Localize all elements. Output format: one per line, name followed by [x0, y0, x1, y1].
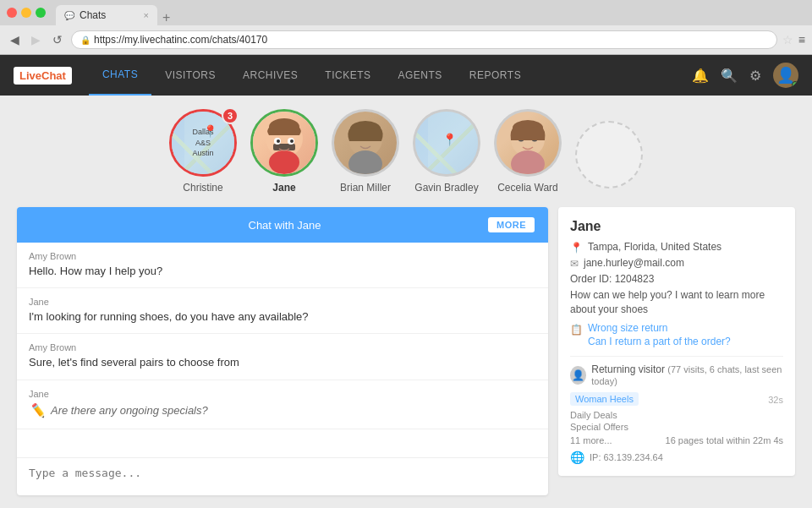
christine-map-pin: 📍 — [203, 124, 217, 138]
order-id: Order ID: 1204823 — [570, 273, 783, 285]
nav-tickets[interactable]: TICKETS — [311, 55, 384, 96]
jane-photo — [253, 112, 315, 174]
user-avatar[interactable]: 👤 — [773, 63, 798, 88]
msg-text-1: Hello. How may I help you? — [29, 264, 536, 279]
tag-daily-deals: Daily Deals — [570, 410, 783, 420]
chat-input[interactable] — [29, 467, 536, 483]
link-1[interactable]: Wrong size return — [588, 322, 731, 334]
list-icon: 📋 — [570, 324, 583, 336]
svg-point-5 — [277, 139, 280, 143]
address-bar[interactable]: 🔒 — [71, 30, 777, 49]
svg-rect-2 — [273, 144, 295, 150]
bell-icon[interactable]: 🔔 — [692, 68, 709, 84]
chat-person-gavin[interactable]: 📍 Gavin Bradley — [413, 109, 480, 194]
settings-icon[interactable]: ⚙ — [749, 68, 761, 84]
typing-icon: ✏️ — [29, 401, 46, 420]
empty-avatar — [575, 121, 643, 188]
christine-avatar-wrap: DallasA&SAustin 📍 3 — [169, 109, 237, 177]
cecelia-avatar — [494, 109, 562, 177]
main-content: DallasA&SAustin 📍 3 Christine — [0, 96, 812, 508]
location-text: Tampa, Florida, United States — [588, 241, 721, 253]
app-container: LiveChat CHATS VISITORS ARCHIVES TICKETS… — [0, 55, 812, 508]
jane-avatar — [250, 109, 318, 177]
cecelia-face-svg — [497, 112, 559, 174]
cecelia-name: Cecelia Ward — [497, 182, 558, 194]
svg-point-6 — [290, 139, 294, 143]
msg-sender-4: Jane — [29, 389, 536, 399]
bookmark-star-icon[interactable]: ☆ — [782, 33, 793, 46]
right-panel: Jane 📍 Tampa, Florida, United States ✉ j… — [558, 207, 795, 495]
pages-info: 16 pages total within 22m 4s — [666, 435, 783, 445]
link-2[interactable]: Can I return a part of the order? — [588, 336, 731, 347]
tag-time: 32s — [768, 395, 783, 405]
chat-person-brian[interactable]: Brian Miller — [332, 109, 399, 194]
brian-name: Brian Miller — [340, 182, 391, 194]
nav-reports[interactable]: REPORTS — [456, 55, 535, 96]
svg-point-9 — [348, 150, 382, 174]
chat-list-row: DallasA&SAustin 📍 3 Christine — [17, 109, 795, 194]
chat-input-area — [17, 457, 548, 495]
back-button[interactable]: ◀ — [7, 31, 23, 48]
nav-agents[interactable]: AGENTS — [385, 55, 456, 96]
chat-person-empty[interactable] — [575, 121, 643, 194]
location-row: 📍 Tampa, Florida, United States — [570, 241, 783, 254]
nav-archives[interactable]: ARCHIVES — [229, 55, 311, 96]
ip-text: IP: 63.139.234.64 — [590, 452, 663, 462]
svg-point-1 — [269, 150, 299, 174]
nav-chats[interactable]: CHATS — [89, 55, 151, 96]
brian-photo — [334, 112, 397, 174]
cecelia-avatar-wrap — [494, 109, 562, 177]
search-icon[interactable]: 🔍 — [721, 68, 738, 84]
ip-row: 🌐 IP: 63.139.234.64 — [570, 451, 783, 464]
brian-avatar — [332, 109, 399, 177]
email-row: ✉ jane.hurley@mail.com — [570, 257, 783, 270]
nav-visitors[interactable]: VISITORS — [151, 55, 229, 96]
brian-avatar-wrap — [332, 109, 399, 177]
top-navigation: LiveChat CHATS VISITORS ARCHIVES TICKETS… — [0, 55, 812, 96]
tab-favicon: 💬 — [64, 11, 74, 20]
chat-person-jane[interactable]: Jane — [250, 109, 318, 194]
chat-window: Chat with Jane MORE Amy Brown Hello. How… — [17, 207, 548, 495]
christine-name: Christine — [183, 182, 222, 194]
msg-text-2: I'm looking for running shoes, do you ha… — [29, 309, 536, 325]
question-text: How can we help you? I want to learn mor… — [570, 288, 783, 317]
close-button[interactable] — [7, 8, 17, 18]
chat-person-cecelia[interactable]: Cecelia Ward — [494, 109, 562, 194]
gavin-name: Gavin Bradley — [414, 182, 478, 194]
nav-links: CHATS VISITORS ARCHIVES TICKETS AGENTS R… — [89, 55, 692, 96]
tag-special-offers: Special Offers — [570, 422, 783, 432]
browser-menu-icon[interactable]: ≡ — [798, 33, 805, 46]
forward-button[interactable]: ▶ — [28, 31, 44, 48]
url-input[interactable] — [94, 34, 768, 46]
reload-button[interactable]: ↺ — [49, 31, 66, 48]
visitor-name: Jane — [570, 219, 783, 234]
msg-text-4: ✏️ Are there any ongoing specials? — [29, 401, 536, 420]
message-4: Jane ✏️ Are there any ongoing specials? — [17, 380, 548, 429]
email-text: jane.hurley@mail.com — [584, 257, 684, 269]
email-icon: ✉ — [570, 258, 579, 270]
chat-person-christine[interactable]: DallasA&SAustin 📍 3 Christine — [169, 109, 237, 194]
more-tags: 11 more... — [570, 435, 612, 445]
nav-right-icons: 🔔 🔍 ⚙ 👤 — [692, 63, 798, 88]
msg-text-3: Sure, let's find several pairs to choose… — [29, 355, 536, 370]
minimize-button[interactable] — [21, 8, 31, 18]
chat-messages: Amy Brown Hello. How may I help you? Jan… — [17, 243, 548, 457]
msg-sender-3: Amy Brown — [29, 342, 536, 352]
empty-avatar-wrap — [575, 121, 643, 188]
jane-name: Jane — [272, 182, 295, 194]
tab-title: Chats — [80, 9, 106, 21]
online-status-dot — [792, 81, 798, 88]
jane-face-svg — [253, 112, 315, 174]
new-tab-button[interactable]: + — [157, 10, 175, 25]
flag-icon: 🌐 — [570, 451, 584, 464]
tag-woman-heels[interactable]: Woman Heels — [570, 392, 639, 406]
active-tab[interactable]: 💬 Chats × — [56, 5, 157, 25]
gavin-avatar-wrap: 📍 — [413, 109, 480, 177]
maximize-button[interactable] — [36, 8, 46, 18]
tab-close-button[interactable]: × — [144, 10, 149, 20]
gavin-map: 📍 — [415, 112, 478, 174]
svg-point-14 — [511, 150, 545, 174]
more-button[interactable]: MORE — [488, 217, 535, 232]
message-3: Amy Brown Sure, let's find several pairs… — [17, 334, 548, 380]
livechat-logo: LiveChat — [14, 67, 72, 85]
